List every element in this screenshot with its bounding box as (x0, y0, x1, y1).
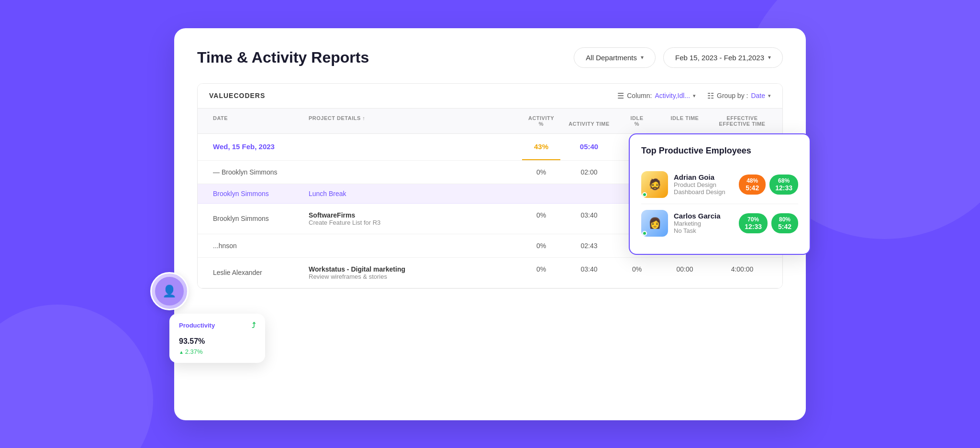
stat-badge-2b: 80% 5:42 (771, 213, 798, 233)
column-chevron: ▾ (693, 93, 696, 99)
date-activity-time: 05:40 (560, 134, 618, 160)
productivity-label: Productivity ⤴ (179, 321, 256, 330)
emp-info-task-1: Dashboard Design (674, 188, 733, 196)
emp-info-name-1: Adrian Goia (674, 173, 733, 181)
header: Time & Activity Reports All Departments … (197, 47, 783, 68)
productivity-change: 2.37% (179, 348, 256, 355)
emp-act-pct-3: 0% (522, 234, 560, 257)
online-indicator-1 (642, 192, 647, 197)
emp-project-1 (305, 161, 522, 184)
stat-pct-2a: 70% (747, 216, 759, 223)
groupby-value: Date (751, 92, 765, 99)
emp-act-time-3: 02:43 (560, 234, 618, 257)
emp-name-4: Leslie Alexander (209, 258, 305, 288)
company-name: VALUECODERS (209, 92, 265, 99)
employee-card-1: 🧔 Adrian Goia Product Design Dashboard D… (641, 165, 798, 204)
online-indicator-2 (642, 231, 647, 236)
th-idle-time-label: IDLE TIME (671, 115, 699, 121)
th-activity-time-label: ACTIVITY TIME (568, 121, 610, 127)
emp-idle-pct-4: 0% (618, 258, 656, 288)
trend-icon: ⤴ (252, 321, 256, 330)
date-range-chevron: ▾ (768, 54, 771, 61)
th-effective-main: EFFECTIVE (726, 115, 757, 121)
emp-info-name-2: Carlos Garcia (674, 212, 733, 220)
emp-act-time-4: 03:40 (560, 258, 618, 288)
page-title: Time & Activity Reports (197, 49, 369, 66)
stat-pct-1a: 48% (746, 177, 758, 184)
table-row: Leslie Alexander Workstatus - Digital ma… (198, 258, 782, 288)
groupby-label: Group by : (717, 92, 748, 99)
th-idle-pct: % (635, 121, 639, 127)
date-empty (305, 134, 522, 160)
groupby-control[interactable]: ☷ Group by : Date ▾ (707, 91, 771, 100)
emp-stats-2: 70% 12:33 80% 5:42 (739, 213, 798, 233)
employee-card-2: 👩 Carlos Garcia Marketing No Task 70% 12… (641, 204, 798, 242)
emp-idle-time-4: 00:00 (656, 258, 713, 288)
emp-act-pct-2: 0% (522, 204, 560, 234)
table-head: DATE PROJECT DETAILS ↑ ACTIVITY % ACTIVI… (198, 109, 782, 134)
main-card: Time & Activity Reports All Departments … (174, 28, 806, 420)
productivity-widget: Productivity ⤴ 93.57% 2.37% (169, 314, 265, 363)
emp-act-pct-4: 0% (522, 258, 560, 288)
stat-badge-2a: 70% 12:33 (739, 213, 768, 233)
date-range-label: Feb 15, 2023 - Feb 21,2023 (675, 54, 764, 62)
emp-info-dept-1: Product Design (674, 181, 733, 188)
th-activity: ACTIVITY % (522, 109, 560, 133)
column-icon: ☰ (617, 91, 624, 100)
toolbar-controls: ☰ Column: Activity,Idl... ▾ ☷ Group by :… (617, 91, 771, 100)
stat-badge-1b: 68% 12:33 (769, 175, 798, 195)
th-date: DATE (209, 109, 305, 133)
column-value: Activity,Idl... (655, 92, 690, 99)
stat-pct-1b: 68% (778, 177, 790, 184)
stat-pct-2b: 80% (779, 216, 791, 223)
top-employees-popup: Top Productive Employees 🧔 Adrian Goia P… (629, 133, 811, 255)
emp-info-1: Adrian Goia Product Design Dashboard Des… (674, 173, 733, 196)
department-label: All Departments (586, 54, 637, 62)
emp-avatar-2: 👩 (641, 210, 668, 237)
avatar-face: 👤 (155, 277, 184, 306)
department-chevron: ▾ (641, 54, 644, 61)
avatar: 👤 (150, 272, 189, 310)
emp-name-1: — Brooklyn Simmons (209, 161, 305, 184)
emp-stats-1: 48% 5:42 68% 12:33 (739, 175, 798, 195)
column-control[interactable]: ☰ Column: Activity,Idl... ▾ (617, 91, 696, 100)
emp-info-task-2: No Task (674, 227, 733, 234)
date-range-filter[interactable]: Feb 15, 2023 - Feb 21,2023 ▾ (663, 47, 783, 68)
emp-project-task-4: Review wireframes & stories (309, 273, 518, 280)
th-idle: IDLE % (618, 109, 656, 133)
emp-project-4: Workstatus - Digital marketing Review wi… (305, 258, 522, 288)
th-effective-time: EFFECTIVE EFFECTIVE TIME (713, 109, 771, 133)
emp-name-2: Brooklyn Simmons (209, 204, 305, 234)
th-activity-time: ACTIVITY TIME (560, 109, 618, 133)
groupby-chevron: ▾ (768, 93, 771, 99)
emp-act-time-1: 02:00 (560, 161, 618, 184)
th-activity-pct: % (539, 121, 544, 127)
stat-time-1a: 5:42 (746, 184, 759, 192)
emp-project-task-2: Create Feature List for R3 (309, 219, 518, 226)
stat-time-2b: 5:42 (778, 223, 791, 230)
table-toolbar: VALUECODERS ☰ Column: Activity,Idl... ▾ … (198, 84, 782, 109)
department-filter[interactable]: All Departments ▾ (574, 47, 656, 68)
emp-project-name-4: Workstatus - Digital marketing (309, 265, 518, 273)
popup-title: Top Productive Employees (641, 146, 798, 156)
emp-info-dept-2: Marketing (674, 220, 733, 227)
emp-project-2: SoftwareFirms Create Feature List for R3 (305, 204, 522, 234)
date-activity-pct: 43% (522, 134, 560, 160)
column-label: Column: (627, 92, 652, 99)
th-project: PROJECT DETAILS ↑ (305, 109, 522, 133)
productivity-value: 93.57% (179, 332, 256, 347)
emp-info-2: Carlos Garcia Marketing No Task (674, 212, 733, 234)
stat-time-1b: 12:33 (775, 184, 792, 192)
th-idle-time: IDLE TIME (656, 109, 713, 133)
emp-effective-4: 4:00:00 (713, 258, 771, 288)
lunch-label: Lunch Break (305, 184, 522, 203)
stat-badge-1a: 48% 5:42 (739, 175, 766, 195)
stat-time-2a: 12:33 (745, 223, 762, 230)
emp-act-pct-1: 0% (522, 161, 560, 184)
th-effective-sub: EFFECTIVE TIME (719, 121, 766, 127)
emp-avatar-1: 🧔 (641, 171, 668, 198)
th-activity-main: ACTIVITY (528, 115, 554, 121)
header-filters: All Departments ▾ Feb 15, 2023 - Feb 21,… (574, 47, 783, 68)
th-idle-main: IDLE (630, 115, 643, 121)
groupby-icon: ☷ (707, 91, 714, 100)
